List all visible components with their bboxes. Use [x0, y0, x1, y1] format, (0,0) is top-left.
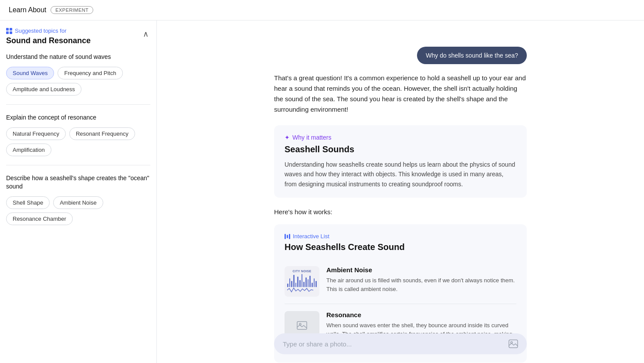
svg-rect-2: [6, 31, 9, 34]
input-placeholder: Type or share a photo...: [283, 340, 352, 348]
card-label-text: Why it matters: [292, 134, 331, 141]
sparkle-icon: ✦: [285, 134, 290, 141]
svg-rect-3: [10, 31, 12, 34]
sidebar-title-group: Suggested topics for Sound and Resonance: [6, 27, 91, 46]
how-it-works-intro: Here's how it works:: [274, 208, 527, 216]
sidebar-section-title: Sound and Resonance: [6, 36, 91, 46]
sidebar-section-resonance: Explain the concept of resonance Natural…: [6, 113, 150, 165]
section-title-resonance: Explain the concept of resonance: [6, 113, 150, 122]
response-text: That's a great question! It's a common e…: [274, 73, 527, 115]
svg-rect-6: [509, 340, 518, 348]
tag-natural-frequency[interactable]: Natural Frequency: [6, 127, 66, 140]
resonance-title: Resonance: [326, 311, 516, 318]
interactive-label-text: Interactive List: [293, 233, 329, 240]
tag-ambient-noise[interactable]: Ambient Noise: [53, 196, 103, 209]
waveform-svg: [287, 287, 313, 293]
tag-frequency-pitch[interactable]: Frequency and Pitch: [58, 67, 122, 79]
city-noise-bars: [287, 274, 317, 287]
content-inner: Why do shells sound like the sea? That's…: [265, 21, 536, 363]
chat-bubble-container: Why do shells sound like the sea?: [274, 47, 527, 64]
section-title-sound: Understand the nature of sound waves: [6, 53, 150, 62]
sidebar-section-seashell: Describe how a seashell's shape creates …: [6, 174, 150, 234]
card-description: Understanding how seashells create sound…: [285, 160, 516, 189]
card-title: Seashell Sounds: [285, 144, 516, 154]
input-bar[interactable]: Type or share a photo...: [274, 333, 527, 354]
card-label: ✦ Why it matters: [285, 134, 516, 141]
city-noise-label: CITY NOISE: [287, 270, 317, 273]
experiment-badge: EXPERIMENT: [51, 6, 93, 14]
svg-rect-4: [297, 322, 307, 329]
collapse-button[interactable]: ∧: [141, 29, 150, 39]
ambient-noise-image: CITY NOISE: [285, 266, 319, 297]
tag-shell-shape[interactable]: Shell Shape: [6, 196, 50, 209]
tag-sound-waves[interactable]: Sound Waves: [6, 67, 54, 79]
image-placeholder-icon: [297, 321, 307, 332]
ambient-noise-content: Ambient Noise The air around us is fille…: [326, 266, 516, 293]
content-area: Why do shells sound like the sea? That's…: [157, 21, 644, 363]
ambient-noise-desc: The air around us is filled with sounds,…: [326, 276, 516, 293]
tag-group-resonance: Natural Frequency Resonant Frequency Amp…: [6, 127, 150, 156]
svg-rect-0: [6, 28, 9, 31]
tag-group-sound: Sound Waves Frequency and Pitch Amplitud…: [6, 67, 150, 96]
interactive-list-title: How Seashells Create Sound: [285, 242, 516, 252]
attach-image-icon[interactable]: [508, 339, 518, 348]
suggested-label: Suggested topics for: [6, 27, 91, 34]
grid-icon: [6, 28, 12, 34]
main-layout: Suggested topics for Sound and Resonance…: [0, 21, 644, 363]
sidebar-header: Suggested topics for Sound and Resonance…: [6, 27, 150, 46]
tag-amplification[interactable]: Amplification: [6, 144, 51, 156]
header: Learn About EXPERIMENT: [0, 0, 644, 21]
tag-group-seashell: Shell Shape Ambient Noise Resonance Cham…: [6, 196, 150, 225]
tag-resonant-frequency[interactable]: Resonant Frequency: [69, 127, 135, 140]
tag-resonance-chamber[interactable]: Resonance Chamber: [6, 212, 73, 225]
city-noise-viz: CITY NOISE: [285, 266, 319, 297]
user-question-text: Why do shells sound like the sea?: [426, 52, 518, 59]
section-title-seashell: Describe how a seashell's shape creates …: [6, 174, 150, 191]
interactive-label: Interactive List: [285, 233, 516, 240]
sidebar-section-sound-waves: Understand the nature of sound waves Sou…: [6, 53, 150, 105]
app-title: Learn About: [9, 6, 46, 14]
ambient-noise-title: Ambient Noise: [326, 266, 516, 274]
sidebar: Suggested topics for Sound and Resonance…: [0, 21, 157, 363]
svg-rect-1: [10, 28, 12, 31]
tag-amplitude-loudness[interactable]: Amplitude and Loudness: [6, 83, 81, 96]
list-item-ambient-noise: CITY NOISE Ambient Noise The air around …: [285, 259, 516, 304]
list-icon: [285, 234, 290, 239]
user-question-bubble: Why do shells sound like the sea?: [417, 47, 527, 64]
suggested-text: Suggested topics for: [15, 27, 67, 34]
why-it-matters-card: ✦ Why it matters Seashell Sounds Underst…: [274, 125, 527, 198]
